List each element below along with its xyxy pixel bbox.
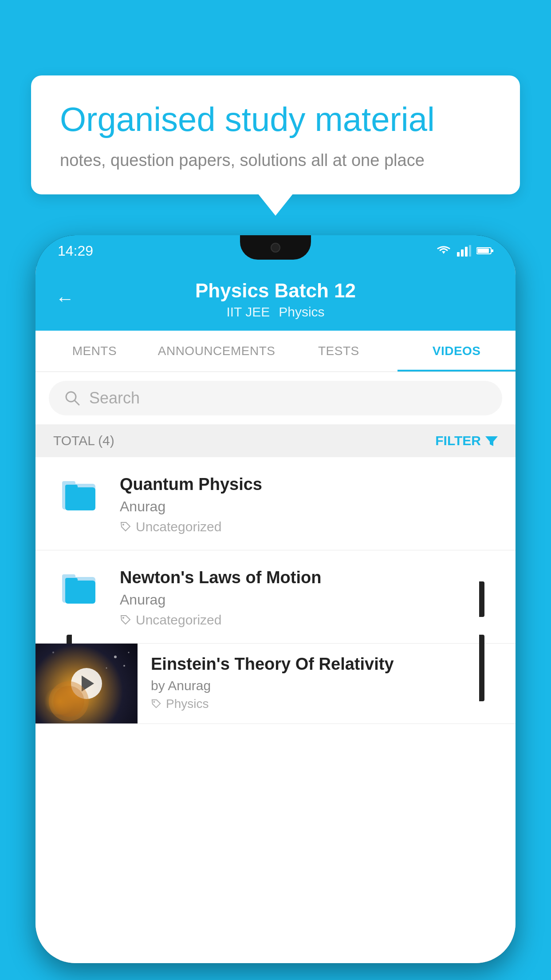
tag-icon [151,699,161,709]
header-subtitle: IIT JEE Physics [226,304,324,320]
phone-notch [240,235,311,260]
wifi-icon [436,245,452,257]
header-tag-iitjee: IIT JEE [226,304,270,320]
svg-rect-6 [492,249,493,252]
tabs-bar: MENTS ANNOUNCEMENTS TESTS VIDEOS [35,331,516,372]
page-title: Physics Batch 12 [195,280,356,302]
svg-point-23 [128,652,130,653]
svg-rect-5 [477,249,489,253]
tag-label: Uncategorized [136,612,221,628]
svg-rect-13 [65,485,78,491]
svg-marker-9 [485,436,498,446]
search-icon [64,390,80,406]
tag-label: Physics [166,697,209,711]
speech-bubble: Organised study material notes, question… [31,75,520,194]
video-title: Quantum Physics [120,475,498,494]
filter-bar: TOTAL (4) FILTER [35,424,516,457]
back-button[interactable]: ← [55,288,74,309]
tag-label: Uncategorized [136,519,221,534]
stars-decoration [35,644,138,723]
phone-frame: 14:29 [35,235,516,963]
svg-point-21 [123,665,125,667]
total-count: TOTAL (4) [53,433,114,448]
filter-icon [485,435,498,447]
folder-icon [60,568,100,608]
folder-icon [60,475,100,515]
tab-tests[interactable]: TESTS [279,331,398,371]
list-item[interactable]: Einstein's Theory Of Relativity by Anura… [35,644,516,724]
tab-announcements[interactable]: ANNOUNCEMENTS [153,331,280,371]
video-info: Einstein's Theory Of Relativity by Anura… [138,644,516,722]
video-title: Newton's Laws of Motion [120,568,498,587]
folder-thumbnail [53,473,106,517]
svg-point-22 [106,668,107,669]
svg-point-14 [122,524,124,526]
video-info: Quantum Physics Anurag Uncategorized [120,473,498,534]
svg-rect-1 [461,249,464,257]
status-bar: 14:29 [35,235,516,266]
side-button-right-top [479,581,484,617]
list-item[interactable]: Newton's Laws of Motion Anurag Uncategor… [35,550,516,644]
status-icons [436,245,493,257]
header-tag-physics: Physics [279,304,324,320]
video-author: Anurag [120,592,498,608]
search-placeholder: Search [89,389,140,407]
tag-icon [120,614,131,626]
camera [271,243,280,253]
video-author: by Anurag [151,678,502,693]
video-thumbnail [35,644,138,723]
video-title: Einstein's Theory Of Relativity [151,655,502,674]
bubble-subtitle: notes, question papers, solutions all at… [60,151,491,170]
app-screen: ← Physics Batch 12 IIT JEE Physics MENTS… [35,266,516,963]
battery-icon [476,246,493,255]
filter-button[interactable]: FILTER [435,433,498,448]
video-info: Newton's Laws of Motion Anurag Uncategor… [120,566,498,628]
search-container: Search [35,372,516,424]
status-time: 14:29 [58,243,93,259]
side-button-right-bottom [479,635,484,701]
svg-rect-2 [465,247,468,257]
svg-point-27 [153,701,155,703]
tab-ments[interactable]: MENTS [35,331,153,371]
svg-rect-3 [469,245,471,257]
tab-videos[interactable]: VIDEOS [398,331,516,371]
svg-point-24 [52,652,54,653]
video-author: Anurag [120,498,498,515]
signal-icon [457,245,471,257]
search-box[interactable]: Search [49,381,502,415]
video-tag: Physics [151,697,502,711]
list-item[interactable]: Quantum Physics Anurag Uncategorized [35,457,516,550]
video-list: Quantum Physics Anurag Uncategorized [35,457,516,963]
svg-rect-18 [65,578,78,584]
svg-point-20 [114,656,117,658]
tag-icon [120,521,131,533]
svg-line-8 [75,400,79,405]
app-header: ← Physics Batch 12 IIT JEE Physics [35,266,516,331]
svg-point-26 [53,686,84,717]
svg-point-19 [122,617,124,619]
folder-thumbnail [53,566,106,610]
bubble-title: Organised study material [60,100,491,138]
video-tag: Uncategorized [120,612,498,628]
video-tag: Uncategorized [120,519,498,534]
svg-rect-0 [457,252,460,257]
filter-label: FILTER [435,433,481,448]
